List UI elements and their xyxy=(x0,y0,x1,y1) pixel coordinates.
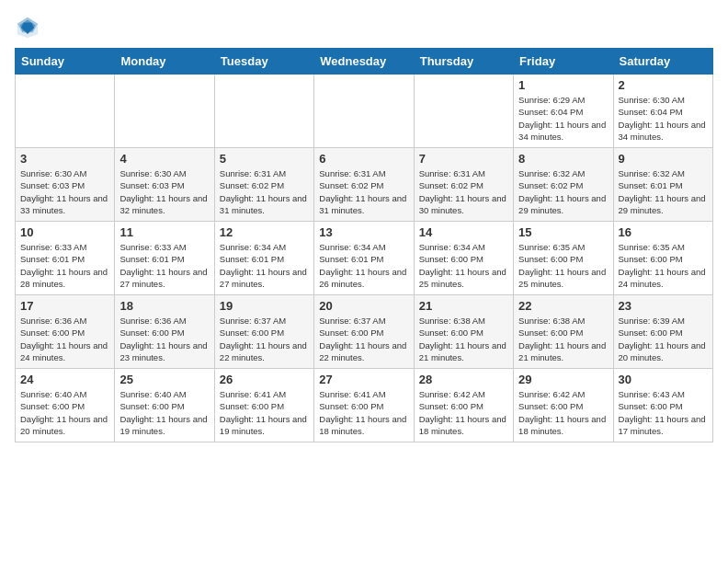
day-detail: Sunrise: 6:41 AM Sunset: 6:00 PM Dayligh… xyxy=(319,388,408,437)
calendar-cell xyxy=(314,75,414,148)
day-number: 9 xyxy=(619,152,708,166)
col-header-monday: Monday xyxy=(115,49,214,75)
col-header-sunday: Sunday xyxy=(16,49,115,75)
calendar-cell xyxy=(115,75,214,148)
day-number: 16 xyxy=(619,225,708,239)
calendar-week-row: 17Sunrise: 6:36 AM Sunset: 6:00 PM Dayli… xyxy=(16,295,713,369)
day-detail: Sunrise: 6:31 AM Sunset: 6:02 PM Dayligh… xyxy=(319,167,408,216)
col-header-wednesday: Wednesday xyxy=(314,49,414,75)
calendar-cell xyxy=(16,75,115,148)
calendar-cell: 28Sunrise: 6:42 AM Sunset: 6:00 PM Dayli… xyxy=(414,369,513,442)
day-detail: Sunrise: 6:36 AM Sunset: 6:00 PM Dayligh… xyxy=(119,315,209,363)
calendar-cell: 22Sunrise: 6:38 AM Sunset: 6:00 PM Dayli… xyxy=(514,295,613,369)
calendar-cell: 14Sunrise: 6:34 AM Sunset: 6:00 PM Dayli… xyxy=(414,222,513,295)
day-detail: Sunrise: 6:31 AM Sunset: 6:02 PM Dayligh… xyxy=(419,167,508,216)
calendar-week-row: 3Sunrise: 6:30 AM Sunset: 6:03 PM Daylig… xyxy=(16,148,713,222)
day-number: 29 xyxy=(518,373,608,386)
calendar-cell: 5Sunrise: 6:31 AM Sunset: 6:02 PM Daylig… xyxy=(214,148,313,222)
day-detail: Sunrise: 6:30 AM Sunset: 6:03 PM Dayligh… xyxy=(20,167,109,216)
day-number: 24 xyxy=(20,373,109,386)
day-detail: Sunrise: 6:33 AM Sunset: 6:01 PM Dayligh… xyxy=(119,241,209,290)
day-detail: Sunrise: 6:42 AM Sunset: 6:00 PM Dayligh… xyxy=(419,388,508,437)
day-number: 27 xyxy=(319,373,408,386)
page-header xyxy=(15,15,713,40)
calendar-cell: 23Sunrise: 6:39 AM Sunset: 6:00 PM Dayli… xyxy=(613,295,712,369)
calendar-cell: 8Sunrise: 6:32 AM Sunset: 6:02 PM Daylig… xyxy=(514,148,613,222)
calendar-cell: 2Sunrise: 6:30 AM Sunset: 6:04 PM Daylig… xyxy=(613,75,712,148)
day-number: 13 xyxy=(319,225,408,239)
day-detail: Sunrise: 6:43 AM Sunset: 6:00 PM Dayligh… xyxy=(619,388,708,437)
day-number: 22 xyxy=(518,299,608,313)
day-detail: Sunrise: 6:34 AM Sunset: 6:01 PM Dayligh… xyxy=(319,241,408,290)
day-number: 2 xyxy=(619,78,708,92)
calendar-cell xyxy=(214,75,313,148)
day-number: 19 xyxy=(220,299,309,313)
day-detail: Sunrise: 6:37 AM Sunset: 6:00 PM Dayligh… xyxy=(319,315,408,363)
day-detail: Sunrise: 6:40 AM Sunset: 6:00 PM Dayligh… xyxy=(20,388,109,437)
calendar-cell: 11Sunrise: 6:33 AM Sunset: 6:01 PM Dayli… xyxy=(115,222,214,295)
calendar-cell: 29Sunrise: 6:42 AM Sunset: 6:00 PM Dayli… xyxy=(514,369,613,442)
day-number: 21 xyxy=(419,299,508,313)
col-header-tuesday: Tuesday xyxy=(214,49,313,75)
calendar-cell: 26Sunrise: 6:41 AM Sunset: 6:00 PM Dayli… xyxy=(214,369,313,442)
calendar-header-row: SundayMondayTuesdayWednesdayThursdayFrid… xyxy=(16,49,713,75)
calendar-cell: 1Sunrise: 6:29 AM Sunset: 6:04 PM Daylig… xyxy=(514,75,613,148)
calendar-cell: 10Sunrise: 6:33 AM Sunset: 6:01 PM Dayli… xyxy=(16,222,115,295)
day-detail: Sunrise: 6:30 AM Sunset: 6:03 PM Dayligh… xyxy=(119,167,209,216)
day-number: 8 xyxy=(518,152,608,166)
day-number: 30 xyxy=(619,373,708,386)
day-detail: Sunrise: 6:29 AM Sunset: 6:04 PM Dayligh… xyxy=(518,94,608,143)
col-header-saturday: Saturday xyxy=(613,49,712,75)
calendar-week-row: 10Sunrise: 6:33 AM Sunset: 6:01 PM Dayli… xyxy=(16,222,713,295)
day-number: 18 xyxy=(119,299,209,313)
day-detail: Sunrise: 6:39 AM Sunset: 6:00 PM Dayligh… xyxy=(619,315,708,363)
day-detail: Sunrise: 6:34 AM Sunset: 6:00 PM Dayligh… xyxy=(419,241,508,290)
day-number: 4 xyxy=(119,152,209,166)
day-detail: Sunrise: 6:33 AM Sunset: 6:01 PM Dayligh… xyxy=(20,241,109,290)
day-number: 3 xyxy=(20,152,109,166)
day-number: 1 xyxy=(518,78,608,92)
day-number: 26 xyxy=(220,373,309,386)
day-detail: Sunrise: 6:31 AM Sunset: 6:02 PM Dayligh… xyxy=(220,167,309,216)
day-detail: Sunrise: 6:38 AM Sunset: 6:00 PM Dayligh… xyxy=(419,315,508,363)
day-detail: Sunrise: 6:38 AM Sunset: 6:00 PM Dayligh… xyxy=(518,315,608,363)
day-number: 14 xyxy=(419,225,508,239)
calendar-table: SundayMondayTuesdayWednesdayThursdayFrid… xyxy=(15,48,713,442)
day-number: 10 xyxy=(20,225,109,239)
calendar-week-row: 24Sunrise: 6:40 AM Sunset: 6:00 PM Dayli… xyxy=(16,369,713,442)
day-detail: Sunrise: 6:34 AM Sunset: 6:01 PM Dayligh… xyxy=(220,241,309,290)
day-number: 11 xyxy=(119,225,209,239)
calendar-cell: 15Sunrise: 6:35 AM Sunset: 6:00 PM Dayli… xyxy=(514,222,613,295)
logo xyxy=(15,15,44,40)
day-detail: Sunrise: 6:32 AM Sunset: 6:02 PM Dayligh… xyxy=(518,167,608,216)
calendar-cell: 24Sunrise: 6:40 AM Sunset: 6:00 PM Dayli… xyxy=(16,369,115,442)
day-detail: Sunrise: 6:41 AM Sunset: 6:00 PM Dayligh… xyxy=(220,388,309,437)
day-number: 28 xyxy=(419,373,508,386)
calendar-week-row: 1Sunrise: 6:29 AM Sunset: 6:04 PM Daylig… xyxy=(16,75,713,148)
day-number: 23 xyxy=(619,299,708,313)
calendar-cell: 18Sunrise: 6:36 AM Sunset: 6:00 PM Dayli… xyxy=(115,295,214,369)
calendar-cell: 3Sunrise: 6:30 AM Sunset: 6:03 PM Daylig… xyxy=(16,148,115,222)
day-detail: Sunrise: 6:40 AM Sunset: 6:00 PM Dayligh… xyxy=(119,388,209,437)
day-detail: Sunrise: 6:35 AM Sunset: 6:00 PM Dayligh… xyxy=(518,241,608,290)
calendar-cell: 16Sunrise: 6:35 AM Sunset: 6:00 PM Dayli… xyxy=(613,222,712,295)
calendar-cell: 9Sunrise: 6:32 AM Sunset: 6:01 PM Daylig… xyxy=(613,148,712,222)
calendar-cell: 17Sunrise: 6:36 AM Sunset: 6:00 PM Dayli… xyxy=(16,295,115,369)
calendar-cell: 30Sunrise: 6:43 AM Sunset: 6:00 PM Dayli… xyxy=(613,369,712,442)
calendar-cell: 27Sunrise: 6:41 AM Sunset: 6:00 PM Dayli… xyxy=(314,369,414,442)
calendar-cell: 19Sunrise: 6:37 AM Sunset: 6:00 PM Dayli… xyxy=(214,295,313,369)
calendar-cell: 21Sunrise: 6:38 AM Sunset: 6:00 PM Dayli… xyxy=(414,295,513,369)
day-number: 5 xyxy=(220,152,309,166)
day-detail: Sunrise: 6:35 AM Sunset: 6:00 PM Dayligh… xyxy=(619,241,708,290)
day-number: 12 xyxy=(220,225,309,239)
calendar-cell: 6Sunrise: 6:31 AM Sunset: 6:02 PM Daylig… xyxy=(314,148,414,222)
calendar-cell: 25Sunrise: 6:40 AM Sunset: 6:00 PM Dayli… xyxy=(115,369,214,442)
day-detail: Sunrise: 6:30 AM Sunset: 6:04 PM Dayligh… xyxy=(619,94,708,143)
col-header-thursday: Thursday xyxy=(414,49,513,75)
calendar-cell xyxy=(414,75,513,148)
day-number: 17 xyxy=(20,299,109,313)
day-detail: Sunrise: 6:37 AM Sunset: 6:00 PM Dayligh… xyxy=(220,315,309,363)
day-detail: Sunrise: 6:42 AM Sunset: 6:00 PM Dayligh… xyxy=(518,388,608,437)
day-detail: Sunrise: 6:32 AM Sunset: 6:01 PM Dayligh… xyxy=(619,167,708,216)
col-header-friday: Friday xyxy=(514,49,613,75)
